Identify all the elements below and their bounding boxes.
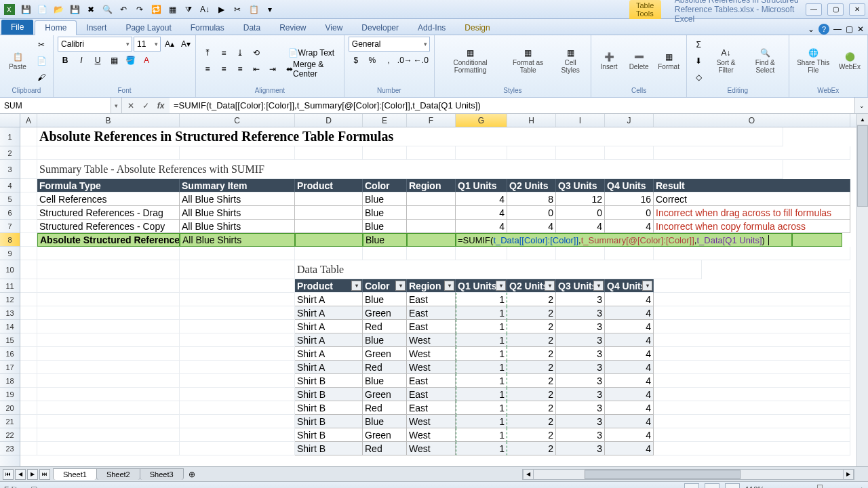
data-cell[interactable]: West xyxy=(407,361,456,374)
cell[interactable] xyxy=(20,206,37,220)
cell[interactable] xyxy=(37,347,180,361)
data-cell[interactable]: 2 xyxy=(507,306,556,320)
sheet-next-button[interactable]: ▶ xyxy=(27,469,38,480)
data-cell[interactable]: 2 xyxy=(507,333,556,347)
cut-icon[interactable]: ✂ xyxy=(231,3,244,16)
data-cell[interactable]: 4 xyxy=(605,428,654,442)
scroll-up-icon[interactable]: ▲ xyxy=(857,114,868,125)
workbook-restore-icon[interactable]: ▢ xyxy=(846,24,853,34)
share-file-button[interactable]: 🌐Share This File xyxy=(793,47,833,75)
close-file-icon[interactable]: ✖ xyxy=(84,3,98,16)
cell[interactable] xyxy=(37,361,180,374)
data-cell[interactable]: 2 xyxy=(507,401,556,415)
cell[interactable] xyxy=(363,247,407,260)
qat-more-icon[interactable]: ▾ xyxy=(263,3,277,16)
cell[interactable] xyxy=(20,247,37,260)
summary-cell[interactable]: Correct xyxy=(654,192,850,206)
cell[interactable] xyxy=(180,293,295,306)
normal-view-button[interactable] xyxy=(684,483,699,489)
data-cell[interactable]: 3 xyxy=(556,293,605,306)
paste-icon[interactable]: 📋 xyxy=(247,3,260,16)
cell[interactable] xyxy=(407,247,456,260)
data-cell[interactable]: 4 xyxy=(605,361,654,374)
cell[interactable] xyxy=(37,333,180,347)
sheet-first-button[interactable]: ⏮ xyxy=(3,469,14,480)
cell[interactable] xyxy=(654,279,850,293)
row-header[interactable]: 10 xyxy=(0,260,20,279)
cell[interactable] xyxy=(20,388,37,401)
cell[interactable] xyxy=(507,146,556,160)
format-cells-button[interactable]: ▦Format xyxy=(655,51,682,72)
data-header[interactable]: Product▾ xyxy=(295,279,363,293)
tab-insert[interactable]: Insert xyxy=(77,21,116,35)
sheet-tab-1[interactable]: Sheet1 xyxy=(53,468,97,480)
tab-addins[interactable]: Add-Ins xyxy=(408,21,455,35)
row-header[interactable]: 19 xyxy=(0,388,20,401)
data-cell[interactable]: 1 xyxy=(456,361,507,374)
cell[interactable] xyxy=(295,247,363,260)
data-header[interactable]: Color▾ xyxy=(363,279,407,293)
data-cell[interactable]: 3 xyxy=(556,306,605,320)
worksheet-grid[interactable]: A B C D E F G H I J O 123456789101112131… xyxy=(0,114,868,466)
cell[interactable] xyxy=(20,428,37,442)
cell[interactable] xyxy=(180,347,295,361)
wrap-text-button[interactable]: 📄 Wrap Text xyxy=(283,45,340,60)
preview-icon[interactable]: 🔍 xyxy=(100,3,114,16)
data-cell[interactable]: 2 xyxy=(507,293,556,306)
data-cell[interactable]: 1 xyxy=(456,428,507,442)
summary-cell[interactable] xyxy=(295,206,363,220)
save-icon[interactable]: 💾 xyxy=(19,3,33,16)
macro-record-icon[interactable]: ▢ xyxy=(31,485,37,488)
row-header[interactable]: 17 xyxy=(0,361,20,374)
data-cell[interactable]: West xyxy=(407,347,456,361)
font-color-button[interactable]: A xyxy=(139,53,154,68)
data-cell[interactable]: 2 xyxy=(507,428,556,442)
autosum-button[interactable]: Σ xyxy=(691,37,706,52)
insert-function-button[interactable]: fx xyxy=(155,101,167,110)
data-cell[interactable]: 1 xyxy=(456,320,507,333)
name-box[interactable]: ▾ xyxy=(0,98,122,113)
data-cell[interactable]: 3 xyxy=(556,428,605,442)
cell[interactable] xyxy=(180,428,295,442)
data-cell[interactable]: West xyxy=(407,428,456,442)
cell[interactable] xyxy=(654,293,850,306)
data-cell[interactable]: Shirt A xyxy=(295,306,363,320)
cell[interactable] xyxy=(20,374,37,388)
data-cell[interactable]: 2 xyxy=(507,320,556,333)
filter-dropdown-icon[interactable]: ▾ xyxy=(642,281,652,291)
data-cell[interactable]: 2 xyxy=(507,415,556,428)
row-header[interactable]: 9 xyxy=(0,247,20,260)
data-cell[interactable]: 4 xyxy=(605,320,654,333)
data-cell[interactable]: Shirt B xyxy=(295,442,363,455)
data-cell[interactable]: East xyxy=(407,320,456,333)
scroll-thumb[interactable] xyxy=(857,125,868,207)
font-size-combo[interactable]: 11 xyxy=(134,37,161,52)
cell[interactable] xyxy=(180,279,295,293)
workbook-close-icon[interactable]: ✕ xyxy=(857,24,864,34)
tab-developer[interactable]: Developer xyxy=(352,21,408,35)
row-header[interactable]: 6 xyxy=(0,206,20,220)
summary-cell[interactable] xyxy=(407,220,456,233)
row-header[interactable]: 11 xyxy=(0,279,20,293)
summary-cell[interactable]: 4 xyxy=(456,220,507,233)
summary-cell[interactable]: Blue xyxy=(363,220,407,233)
row-header[interactable]: 20 xyxy=(0,401,20,415)
data-cell[interactable]: 3 xyxy=(556,347,605,361)
data-cell[interactable]: 1 xyxy=(456,388,507,401)
data-cell[interactable]: Shirt A xyxy=(295,333,363,347)
cell[interactable] xyxy=(456,146,507,160)
row-header[interactable]: 12 xyxy=(0,293,20,306)
summary-cell[interactable]: All Blue Shirts xyxy=(180,206,295,220)
row-header[interactable]: 8 xyxy=(0,233,20,247)
zoom-out-button[interactable]: − xyxy=(770,485,774,489)
data-cell[interactable]: East xyxy=(407,374,456,388)
summary-cell[interactable]: Cell References xyxy=(37,192,180,206)
cell[interactable] xyxy=(20,260,37,279)
col-header-J[interactable]: J xyxy=(605,114,654,127)
cell[interactable] xyxy=(180,415,295,428)
cell[interactable] xyxy=(654,146,850,160)
filter-dropdown-icon[interactable]: ▾ xyxy=(593,281,604,291)
vertical-scrollbar[interactable]: ▲ xyxy=(856,114,868,466)
data-cell[interactable]: Shirt A xyxy=(295,320,363,333)
data-cell[interactable]: 2 xyxy=(507,442,556,455)
